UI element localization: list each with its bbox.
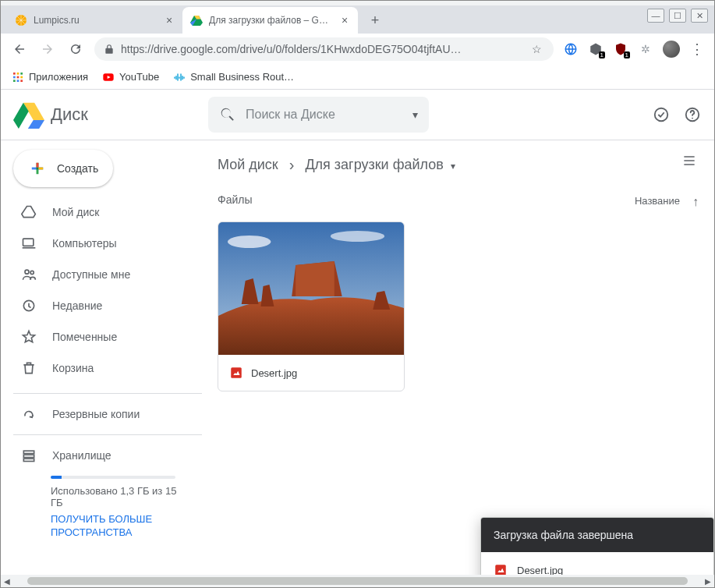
toast-header: Загрузка файла завершена [481, 518, 713, 552]
svg-rect-10 [20, 76, 23, 78]
new-tab-button[interactable]: + [364, 9, 386, 31]
bookmark-label: Small Business Rout… [190, 71, 294, 83]
nav-computers[interactable]: Компьютеры [7, 228, 202, 259]
create-label: Создать [57, 162, 98, 175]
tab-title: Для загрузки файлов – Google Д [209, 15, 333, 26]
browser-tabs: Lumpics.ru × Для загрузки файлов – Googl… [1, 5, 714, 34]
svg-rect-12 [17, 80, 19, 82]
svg-point-21 [30, 271, 34, 274]
bookmark-label: YouTube [119, 71, 159, 83]
breadcrumb-current[interactable]: Для загрузки файлов ▾ [305, 157, 455, 173]
svg-rect-23 [23, 451, 34, 453]
tab-close-icon[interactable]: × [164, 15, 175, 26]
scroll-right-icon[interactable]: ▶ [702, 577, 714, 586]
tab-title: Lumpics.ru [34, 15, 158, 26]
image-file-icon [229, 366, 243, 380]
nav-reload-button[interactable] [66, 40, 85, 58]
extension-globe-icon[interactable] [563, 41, 579, 57]
svg-rect-13 [20, 80, 23, 82]
computers-icon [21, 236, 37, 251]
bookmark-star-icon[interactable]: ☆ [532, 43, 544, 55]
svg-point-28 [331, 231, 384, 242]
plus-icon [27, 158, 48, 179]
search-icon [219, 106, 236, 123]
svg-rect-5 [13, 73, 16, 75]
extension-cube-icon[interactable]: 1 [588, 41, 604, 57]
search-dropdown-icon[interactable]: ▾ [412, 108, 418, 121]
extension-shield-icon[interactable]: 1 [613, 41, 628, 57]
shared-icon [21, 267, 37, 282]
file-name: Desert.jpg [251, 367, 297, 379]
breadcrumb-root[interactable]: Мой диск [218, 157, 278, 173]
storage-meter: Использовано 1,3 ГБ из 15 ГБ ПОЛУЧИТЬ БО… [51, 476, 188, 540]
nav-label: Резервные копии [52, 408, 140, 420]
nav-back-button[interactable] [10, 40, 29, 58]
bookmark-apps[interactable]: Приложения [12, 71, 88, 83]
apps-icon [12, 71, 24, 83]
tab-drive[interactable]: Для загрузки файлов – Google Д × [182, 7, 358, 34]
storage-upgrade-link[interactable]: ПОЛУЧИТЬ БОЛЬШЕ ПРОСТРАНСТВА [51, 513, 188, 540]
scroll-left-icon[interactable]: ◀ [1, 577, 13, 586]
tab-lumpics[interactable]: Lumpics.ru × [7, 7, 182, 34]
nav-label: Компьютеры [52, 237, 117, 250]
star-icon [21, 329, 37, 345]
search-placeholder: Поиск на Диске [246, 108, 403, 122]
svg-rect-25 [23, 459, 34, 461]
nav-storage[interactable]: Хранилище [7, 440, 202, 471]
drive-header: Диск Поиск на Диске ▾ [1, 90, 714, 140]
storage-icon [21, 448, 37, 463]
drive-logo-text: Диск [51, 104, 88, 125]
view-toggle-button[interactable] [680, 151, 699, 170]
sort-label[interactable]: Название [635, 195, 680, 207]
nav-label: Хранилище [52, 449, 111, 462]
svg-point-27 [228, 236, 271, 248]
browser-menu-button[interactable]: ⋮ [689, 41, 705, 58]
trash-icon [21, 360, 37, 376]
extension-gear-icon[interactable]: ✲ [638, 41, 653, 57]
drive-logo[interactable]: Диск [13, 101, 196, 129]
drive-triangle-icon [13, 101, 44, 129]
section-label: Файлы [218, 193, 699, 206]
svg-rect-6 [17, 73, 19, 75]
youtube-icon [102, 71, 115, 83]
nav-forward-button[interactable] [38, 40, 57, 58]
window-close-button[interactable]: ✕ [691, 9, 708, 23]
svg-rect-29 [231, 367, 242, 378]
svg-rect-7 [20, 73, 23, 75]
nav-label: Доступные мне [52, 268, 130, 281]
help-icon[interactable] [683, 105, 702, 124]
nav-mydrive[interactable]: Мой диск [7, 197, 202, 228]
sidebar: Создать Мой диск Компьютеры Доступные мн… [1, 140, 202, 587]
bookmark-cisco[interactable]: Small Business Rout… [173, 71, 294, 83]
create-button[interactable]: Создать [13, 150, 113, 187]
address-bar[interactable]: https://drive.google.com/drive/u/0/folde… [94, 37, 554, 61]
search-bar[interactable]: Поиск на Диске ▾ [208, 97, 429, 133]
nav-trash[interactable]: Корзина [7, 352, 202, 384]
tab-close-icon[interactable]: × [339, 15, 350, 26]
bookmark-youtube[interactable]: YouTube [102, 71, 159, 83]
window-minimize-button[interactable]: — [647, 9, 664, 23]
backup-icon [21, 406, 37, 422]
nav-recent[interactable]: Недавние [7, 290, 202, 321]
bookmark-label: Приложения [29, 71, 88, 83]
content-area: Мой диск › Для загрузки файлов ▾ Файлы Н… [202, 140, 714, 587]
offline-ready-icon[interactable] [652, 105, 671, 124]
nav-starred[interactable]: Помеченные [7, 321, 202, 352]
nav-backup[interactable]: Резервные копии [7, 398, 202, 430]
bookmarks-bar: Приложения YouTube Small Business Rout… [1, 65, 714, 90]
profile-avatar[interactable] [663, 41, 680, 58]
sort-ascending-icon[interactable]: ↑ [692, 195, 699, 209]
address-bar-row: https://drive.google.com/drive/u/0/folde… [1, 34, 714, 65]
nav-label: Помеченные [52, 331, 117, 343]
window-maximize-button[interactable]: ☐ [669, 9, 686, 23]
svg-rect-11 [13, 80, 16, 82]
nav-shared[interactable]: Доступные мне [7, 259, 202, 290]
clock-icon [21, 298, 37, 313]
horizontal-scrollbar[interactable]: ◀ ▶ [1, 575, 714, 587]
svg-rect-19 [23, 239, 34, 246]
nav-label: Корзина [52, 362, 94, 374]
file-thumbnail [218, 222, 404, 355]
svg-rect-30 [495, 565, 506, 576]
svg-rect-8 [13, 76, 16, 78]
file-card[interactable]: Desert.jpg [218, 221, 405, 391]
